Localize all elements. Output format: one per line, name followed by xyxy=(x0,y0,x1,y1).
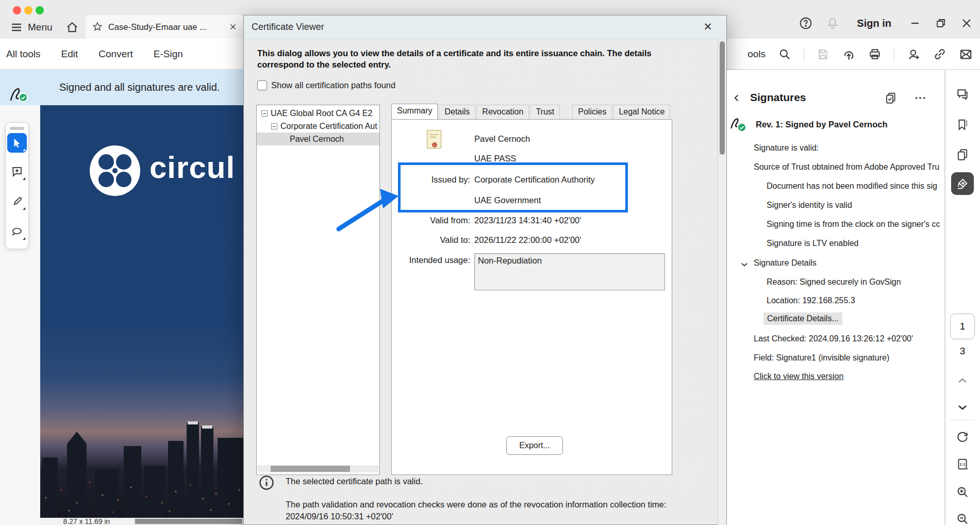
mac-zoom-icon[interactable] xyxy=(36,6,44,14)
validate-all-icon[interactable] xyxy=(884,91,898,105)
options-icon[interactable] xyxy=(913,91,927,105)
tree-item-root[interactable]: UAE Global Root CA G4 E2 xyxy=(257,107,380,120)
sig-location-line: Location: 192.168.255.3 xyxy=(767,296,855,305)
highlight-tool-button[interactable] xyxy=(7,192,27,211)
certificate-tree: UAE Global Root CA G4 E2 Corporate Certi… xyxy=(256,105,380,475)
mac-close-icon[interactable] xyxy=(13,6,21,14)
highlighter-icon xyxy=(11,195,23,208)
document-tab[interactable]: Case-Study-Emaar uae ... xyxy=(86,15,244,39)
tab-close-icon[interactable] xyxy=(228,22,238,31)
bookmarks-panel-button[interactable] xyxy=(951,113,974,136)
add-comment-tool-button[interactable] xyxy=(7,162,27,182)
dialog-description-line1: This dialog allows you to view the detai… xyxy=(257,48,652,58)
scrollbar-thumb[interactable] xyxy=(720,41,725,155)
tree-intermediate-label: Corporate Certification Aut xyxy=(280,122,377,131)
dialog-close-icon[interactable]: ✕ xyxy=(701,20,715,34)
dialog-title: Certificate Viewer xyxy=(252,22,324,32)
tree-item-leaf[interactable]: Pavel Cernoch xyxy=(257,133,380,145)
certificate-viewer-dialog: Certificate Viewer ✕ This dialog allows … xyxy=(243,15,727,525)
info-icon xyxy=(259,475,274,490)
tab-revocation[interactable]: Revocation xyxy=(476,105,529,119)
bookmarks-icon xyxy=(956,118,969,132)
quick-tools-rail xyxy=(5,122,29,249)
next-page-button[interactable] xyxy=(951,396,974,419)
star-icon[interactable] xyxy=(92,21,103,32)
page-number-box[interactable] xyxy=(950,314,975,339)
tab-details[interactable]: Details xyxy=(439,105,475,119)
collapse-node-icon[interactable] xyxy=(261,110,268,117)
toolbar-divider xyxy=(804,47,804,61)
save-icon[interactable] xyxy=(817,48,829,61)
help-icon[interactable] xyxy=(799,17,812,30)
toolbar-convert[interactable]: Convert xyxy=(97,46,134,62)
tree-leaf-label: Pavel Cernoch xyxy=(290,135,344,144)
tab-policies[interactable]: Policies xyxy=(572,105,612,119)
page-number-input[interactable] xyxy=(951,314,974,339)
pdf-page: circul xyxy=(40,105,243,518)
previous-page-button[interactable] xyxy=(951,369,974,392)
restore-window-icon[interactable] xyxy=(935,17,947,29)
notifications-bell-icon[interactable] xyxy=(826,17,839,30)
page-bottom-bar: 8.27 x 11.69 in xyxy=(40,518,243,525)
tree-horizontal-scrollbar[interactable] xyxy=(257,465,379,472)
toolbar-esign[interactable]: E-Sign xyxy=(153,46,184,62)
show-paths-label: Show all certification paths found xyxy=(271,80,395,90)
validation-model: Validation Model: Shell xyxy=(286,522,713,525)
signature-revision-item[interactable]: Rev. 1: Signed by Pavel Cernoch xyxy=(730,116,888,133)
toolbar-edit[interactable]: Edit xyxy=(60,46,79,62)
comments-icon xyxy=(956,88,969,101)
home-icon xyxy=(65,21,79,34)
view-version-link[interactable]: Click to view this version xyxy=(754,372,843,381)
svg-text:1:1: 1:1 xyxy=(960,462,966,467)
signature-details-header[interactable]: Signature Details xyxy=(754,258,817,268)
pages-panel-button[interactable] xyxy=(951,143,974,166)
show-paths-checkbox[interactable] xyxy=(257,80,267,90)
sig-trust-line: Source of Trust obtained from Adobe Appr… xyxy=(754,162,939,172)
draw-tool-button[interactable] xyxy=(7,222,27,241)
chevron-up-icon xyxy=(956,374,969,387)
zoom-out-icon xyxy=(956,512,969,525)
tree-item-intermediate[interactable]: Corporate Certification Aut xyxy=(257,120,380,133)
zoom-in-button[interactable] xyxy=(951,481,974,503)
comments-panel-button[interactable] xyxy=(951,83,974,106)
horizontal-scrollbar[interactable] xyxy=(135,519,242,524)
collapse-node-icon[interactable] xyxy=(271,123,277,129)
select-tool-button[interactable] xyxy=(7,133,27,153)
annotation-highlight-box xyxy=(398,162,628,212)
email-icon[interactable] xyxy=(959,47,973,61)
add-user-icon[interactable] xyxy=(907,47,921,61)
tab-legal-notice[interactable]: Legal Notice xyxy=(613,105,670,119)
tab-trust[interactable]: Trust xyxy=(530,105,560,119)
acrobat-window: Menu Case-Study-Emaar uae ... Sign in Al… xyxy=(0,0,980,525)
drag-handle[interactable] xyxy=(10,127,24,130)
zoom-out-button[interactable] xyxy=(951,507,974,525)
actual-size-button[interactable]: 1:1 xyxy=(951,453,974,475)
collapse-panel-icon[interactable] xyxy=(731,92,742,104)
print-icon[interactable] xyxy=(868,47,882,61)
annotation-arrow-icon xyxy=(330,186,403,237)
close-window-icon[interactable] xyxy=(960,17,973,29)
rotate-page-button[interactable] xyxy=(951,426,974,449)
home-button[interactable] xyxy=(61,19,84,36)
sig-ltv-line: Signature is LTV enabled xyxy=(767,239,858,248)
minimize-window-icon[interactable] xyxy=(909,17,921,29)
dialog-title-bar[interactable]: Certificate Viewer ✕ xyxy=(244,15,726,39)
upload-cloud-icon[interactable] xyxy=(842,47,856,61)
tab-summary[interactable]: Summary xyxy=(391,104,438,119)
mac-minimize-icon[interactable] xyxy=(24,6,32,14)
chevron-down-icon[interactable] xyxy=(740,260,749,269)
hamburger-icon xyxy=(10,21,23,34)
certificate-details-button[interactable]: Certificate Details... xyxy=(763,313,842,325)
select-cursor-icon xyxy=(11,137,23,149)
export-button[interactable]: Export... xyxy=(506,436,563,455)
menu-button[interactable]: Menu xyxy=(6,19,57,36)
signatures-panel-button[interactable] xyxy=(951,172,974,195)
link-icon[interactable] xyxy=(933,47,946,61)
scrollbar-thumb[interactable] xyxy=(271,466,350,472)
search-icon[interactable] xyxy=(778,47,791,61)
sign-in-button[interactable]: Sign in xyxy=(857,18,891,29)
toolbar-all-tools[interactable]: All tools xyxy=(5,46,42,62)
dialog-vertical-scrollbar[interactable] xyxy=(718,39,726,525)
rotate-icon xyxy=(956,431,969,444)
sig-identity-line: Signer's identity is valid xyxy=(767,201,852,210)
